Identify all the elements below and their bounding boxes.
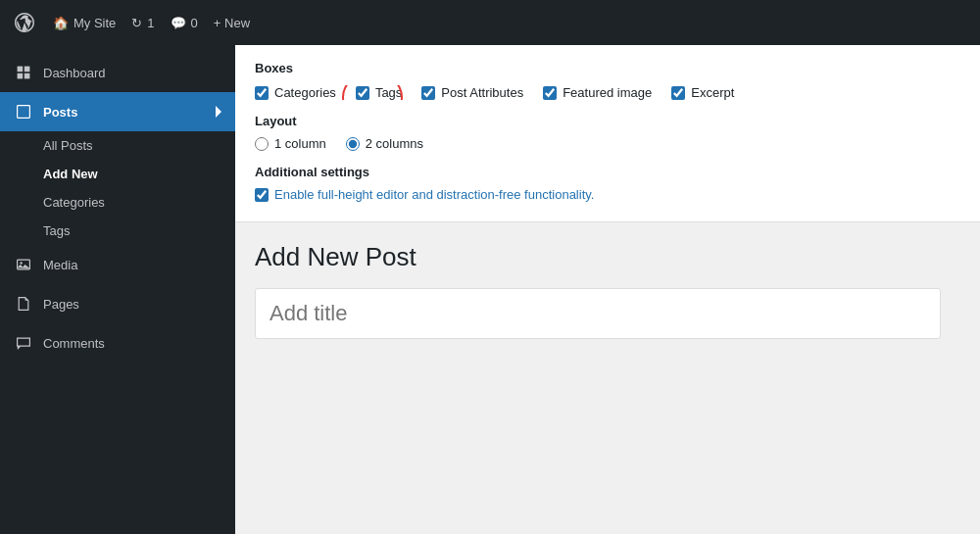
svg-rect-0 (18, 67, 24, 73)
sidebar: Dashboard Posts All Posts Add New Catego… (0, 45, 235, 534)
comments-link[interactable]: 💬 0 (171, 16, 198, 30)
new-icon: + New (214, 16, 250, 30)
sidebar-item-all-posts[interactable]: All Posts (0, 131, 235, 160)
layout-container: Dashboard Posts All Posts Add New Catego… (0, 45, 980, 534)
tags-checkbox[interactable] (356, 86, 369, 100)
boxes-panel: Boxes Categories Tags ☟ Post Attr (235, 45, 980, 222)
svg-point-6 (20, 262, 22, 264)
svg-rect-2 (18, 73, 24, 79)
distraction-free-checkbox[interactable] (255, 188, 269, 202)
media-icon (14, 255, 33, 274)
new-content-link[interactable]: + New (214, 16, 250, 30)
svg-rect-1 (24, 67, 30, 73)
post-title-input[interactable] (255, 288, 941, 339)
distraction-free-link[interactable]: Enable full-height editor and distractio… (274, 187, 594, 202)
dashboard-icon (14, 63, 33, 82)
admin-bar: 🏠 My Site ↻ 1 💬 0 + New (0, 0, 980, 45)
radio-2-columns[interactable]: 2 columns (346, 136, 423, 151)
sidebar-item-tags[interactable]: Tags (0, 217, 235, 245)
posts-icon (14, 102, 33, 121)
additional-settings-title: Additional settings (255, 165, 960, 179)
distraction-free-label: Enable full-height editor and distractio… (274, 187, 594, 202)
radio-1-column[interactable]: 1 column (255, 136, 326, 151)
boxes-title: Boxes (255, 61, 960, 75)
posts-arrow (216, 106, 221, 118)
boxes-row: Categories Tags ☟ Post Attributes (255, 85, 960, 100)
svg-rect-3 (24, 73, 30, 79)
featured-image-checkbox[interactable] (543, 86, 557, 100)
radio-1-column-input[interactable] (255, 137, 269, 151)
pages-icon (14, 294, 33, 314)
checkbox-tags[interactable]: Tags ☟ (356, 85, 402, 100)
sidebar-item-posts[interactable]: Posts (0, 92, 235, 131)
radio-row: 1 column 2 columns (255, 136, 960, 151)
layout-title: Layout (255, 114, 960, 128)
comments-nav-icon (14, 333, 33, 353)
sidebar-item-comments[interactable]: Comments (0, 323, 235, 363)
post-section: Add New Post (235, 222, 980, 359)
additional-settings-row: Enable full-height editor and distractio… (255, 187, 960, 202)
sidebar-item-media[interactable]: Media (0, 245, 235, 284)
home-icon: 🏠 (53, 16, 69, 30)
additional-settings-section: Additional settings Enable full-height e… (255, 165, 960, 202)
updates-link[interactable]: ↻ 1 (131, 16, 154, 30)
page-title: Add New Post (255, 242, 960, 272)
wordpress-logo[interactable] (12, 10, 37, 35)
radio-2-columns-input[interactable] (346, 137, 360, 151)
sidebar-item-pages[interactable]: Pages (0, 284, 235, 323)
layout-section: Layout 1 column 2 columns (255, 114, 960, 151)
excerpt-checkbox[interactable] (671, 86, 685, 100)
checkbox-post-attributes[interactable]: Post Attributes (421, 85, 523, 100)
main-content: Boxes Categories Tags ☟ Post Attr (235, 45, 980, 534)
sidebar-item-dashboard[interactable]: Dashboard (0, 53, 235, 92)
sidebar-item-add-new[interactable]: Add New (0, 160, 235, 188)
checkbox-excerpt[interactable]: Excerpt (671, 85, 734, 100)
categories-checkbox[interactable] (255, 86, 269, 100)
post-attributes-checkbox[interactable] (421, 86, 435, 100)
my-site-link[interactable]: 🏠 My Site (53, 16, 116, 30)
sidebar-item-categories[interactable]: Categories (0, 188, 235, 217)
checkbox-featured-image[interactable]: Featured image (543, 85, 652, 100)
checkbox-categories[interactable]: Categories (255, 85, 336, 100)
svg-rect-4 (18, 106, 30, 119)
comments-icon: 💬 (171, 16, 186, 30)
updates-icon: ↻ (131, 16, 142, 30)
